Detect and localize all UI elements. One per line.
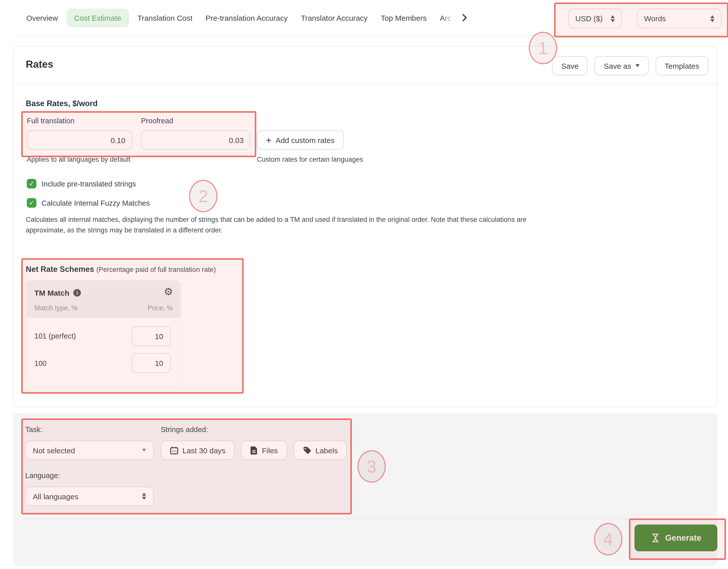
tag-icon bbox=[303, 446, 311, 454]
match-row-label: 101 (perfect) bbox=[34, 332, 76, 340]
full-translation-label: Full translation bbox=[27, 117, 75, 125]
include-pretranslated-row: ✓ Include pre-translated strings bbox=[27, 179, 136, 189]
task-value: Not selected bbox=[33, 446, 75, 454]
proofread-input[interactable] bbox=[141, 130, 250, 150]
file-icon bbox=[250, 446, 258, 454]
tm-match-title: TM Match i bbox=[34, 288, 81, 297]
select-arrows-icon bbox=[142, 493, 146, 500]
tab-translator-accuracy[interactable]: Translator Accuracy bbox=[294, 8, 374, 27]
net-rate-schemes-title: Net Rate Schemes bbox=[26, 265, 94, 274]
tab-pre-translation-accuracy[interactable]: Pre-translation Accuracy bbox=[199, 8, 294, 27]
panel-divider bbox=[23, 518, 705, 519]
estimate-settings-panel: Task: Not selected Strings added: Last 3… bbox=[13, 413, 717, 566]
match-type-column-header: Match type, % bbox=[34, 304, 78, 312]
price-column-header: Price, % bbox=[147, 304, 173, 312]
tm-match-card: TM Match i ⚙ Match type, % Price, % 101 … bbox=[26, 281, 180, 386]
save-as-button[interactable]: Save as bbox=[595, 56, 648, 75]
full-translation-input[interactable] bbox=[27, 130, 132, 150]
unit-select[interactable]: Words bbox=[637, 9, 721, 28]
rates-toolbar: Save Save as Templates bbox=[552, 56, 708, 75]
include-pretranslated-checkbox[interactable]: ✓ bbox=[27, 179, 36, 189]
calendar-icon bbox=[170, 446, 178, 454]
base-rates-heading: Base Rates, $/word bbox=[26, 99, 98, 108]
info-icon[interactable]: i bbox=[73, 289, 81, 296]
annotation-step-4: 4 bbox=[594, 523, 622, 555]
save-button[interactable]: Save bbox=[552, 56, 587, 75]
fuzzy-matches-row: ✓ Calculate Internal Fuzzy Matches bbox=[27, 198, 150, 208]
select-arrows-icon bbox=[611, 15, 615, 22]
match-101-price-input[interactable] bbox=[131, 326, 171, 346]
task-dropdown[interactable]: Not selected bbox=[25, 441, 154, 460]
caret-down-icon bbox=[635, 64, 639, 67]
net-rate-schemes-note: (Percentage paid of full translation rat… bbox=[96, 266, 216, 274]
card-header-divider bbox=[14, 84, 717, 84]
labels-button[interactable]: Labels bbox=[294, 441, 347, 460]
task-label: Task: bbox=[25, 425, 42, 433]
currency-value: USD ($) bbox=[575, 14, 603, 23]
language-value: All languages bbox=[33, 492, 78, 500]
templates-button[interactable]: Templates bbox=[655, 56, 708, 75]
hourglass-icon bbox=[650, 533, 660, 543]
proofread-label: Proofread bbox=[141, 117, 173, 125]
gear-icon[interactable]: ⚙ bbox=[164, 286, 173, 296]
fuzzy-matches-checkbox[interactable]: ✓ bbox=[27, 198, 36, 208]
currency-select[interactable]: USD ($) bbox=[568, 9, 622, 28]
annotation-step-2: 2 bbox=[189, 180, 217, 212]
caret-down-icon bbox=[142, 449, 146, 452]
tabs-overflow-chevron-right-icon[interactable] bbox=[459, 11, 470, 25]
language-dropdown[interactable]: All languages bbox=[25, 487, 154, 506]
match-100-price-input[interactable] bbox=[131, 353, 171, 373]
custom-rates-caption: Custom rates for certain languages bbox=[257, 156, 363, 163]
add-custom-rates-button[interactable]: + Add custom rates bbox=[257, 130, 344, 150]
tab-archive-truncated[interactable]: Arc bbox=[433, 8, 458, 27]
unit-value: Words bbox=[644, 14, 666, 23]
check-icon: ✓ bbox=[29, 181, 34, 187]
tab-translation-cost[interactable]: Translation Cost bbox=[131, 8, 199, 27]
strings-added-label: Strings added: bbox=[161, 425, 208, 433]
rates-card: Rates Save Save as Templates Base Rates,… bbox=[13, 46, 717, 407]
annotation-step-3: 3 bbox=[357, 450, 386, 483]
page-title: Rates bbox=[26, 59, 53, 70]
last-30-days-button[interactable]: Last 30 days bbox=[161, 441, 235, 460]
check-icon: ✓ bbox=[29, 200, 34, 206]
tab-overview[interactable]: Overview bbox=[20, 8, 64, 27]
language-label: Language: bbox=[25, 471, 60, 480]
files-button[interactable]: Files bbox=[241, 441, 287, 460]
generate-button[interactable]: Generate bbox=[634, 525, 717, 551]
page: Overview Cost Estimate Translation Cost … bbox=[0, 0, 728, 569]
include-pretranslated-label: Include pre-translated strings bbox=[41, 180, 136, 188]
net-rate-schemes-heading: Net Rate Schemes (Percentage paid of ful… bbox=[26, 265, 216, 274]
plus-icon: + bbox=[266, 135, 271, 145]
match-row-label: 100 bbox=[34, 359, 47, 367]
select-arrows-icon bbox=[710, 15, 714, 22]
fuzzy-matches-label: Calculate Internal Fuzzy Matches bbox=[41, 199, 150, 207]
default-rates-caption: Applies to all languages by default bbox=[27, 156, 130, 163]
fuzzy-matches-description: Calculates all internal matches, display… bbox=[26, 214, 536, 236]
tab-cost-estimate[interactable]: Cost Estimate bbox=[66, 8, 129, 27]
tab-top-members[interactable]: Top Members bbox=[374, 8, 433, 27]
tm-match-card-header bbox=[26, 281, 180, 318]
tabbar-divider bbox=[14, 35, 717, 36]
